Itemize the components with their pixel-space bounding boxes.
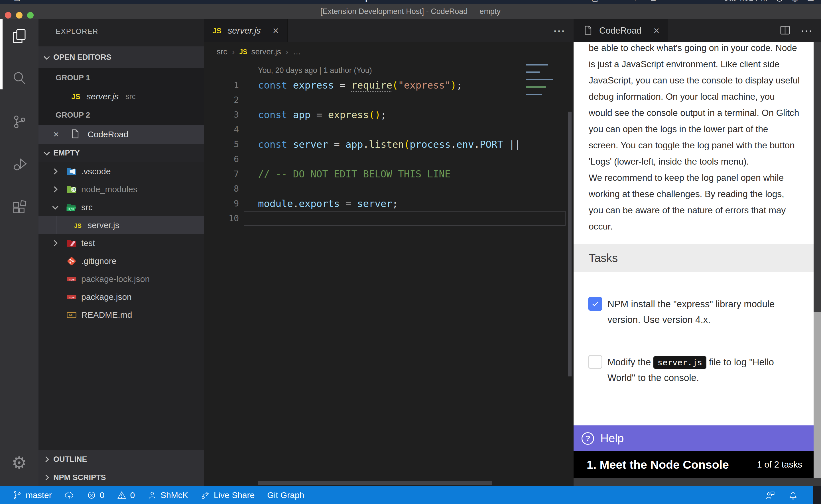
more-actions-icon[interactable]: ⋯ (553, 24, 565, 38)
pointer-icon[interactable]: ➤ (634, 0, 641, 3)
lesson-text-line: debug information. On your local machine… (589, 89, 810, 105)
statusbar-item-git-graph[interactable]: Git Graph (267, 490, 304, 500)
tree-item-src[interactable]: </>src (38, 198, 204, 216)
breadcrumb-file[interactable]: server.js (251, 47, 281, 56)
code-line-6[interactable]: 6 (204, 152, 567, 167)
spotlight-icon[interactable]: ◎ (776, 0, 783, 3)
apple-icon[interactable]:  (14, 0, 21, 3)
menubar-clock[interactable]: Sat 4:51 PM (724, 0, 767, 3)
tree-item-readme.md[interactable]: M↓README.md (38, 306, 204, 324)
task-checkbox-checked[interactable] (588, 297, 602, 311)
window-icon[interactable]: ▢ (591, 0, 598, 3)
code-line-2[interactable]: 2 (204, 93, 567, 107)
menu-item-go[interactable]: Go (206, 0, 218, 3)
settings-gear-icon[interactable]: ⚙ (0, 446, 38, 479)
statusbar-item-master[interactable]: master (13, 490, 52, 500)
task-checkbox-unchecked[interactable] (588, 355, 602, 369)
tree-item-package-lock.json[interactable]: npmpackage-lock.json (38, 270, 204, 288)
statusbar-item-feedback-person[interactable] (765, 490, 775, 500)
battery-half-icon[interactable]: ▱ (666, 0, 672, 3)
open-editor-serverjs[interactable]: JS server.js src (38, 87, 204, 106)
js-file-icon: JS (239, 48, 247, 56)
lesson-text-line: screen. You can toggle the log panel wit… (589, 137, 810, 153)
close-icon[interactable]: × (273, 25, 279, 37)
chevron-down-icon (42, 53, 51, 62)
webview-scrollbar-thumb[interactable] (814, 42, 821, 312)
statusbar-item-cloud-upload[interactable] (64, 490, 74, 500)
statusbar-item-live-share[interactable]: Live Share (201, 490, 255, 500)
run-debug-icon[interactable] (0, 147, 38, 180)
code-line-7[interactable]: 7// -- DO NOT EDIT BELOW THIS LINE (204, 167, 567, 181)
tree-item-node-modules[interactable]: JSnode_modules (38, 180, 204, 198)
npm-scripts-section-header[interactable]: NPM SCRIPTS (38, 468, 204, 486)
close-icon[interactable]: × (53, 129, 63, 140)
airplay-icon[interactable]: ▲ (650, 0, 658, 3)
editor-vertical-scrollbar[interactable] (568, 112, 571, 376)
circle-a-icon[interactable]: ○ (607, 0, 612, 3)
control-center-icon[interactable]: ☰ (807, 0, 814, 3)
editor-horizontal-scrollbar[interactable] (258, 481, 492, 485)
tree-item-label: test (81, 238, 95, 248)
statusbar-label: 0 (130, 490, 135, 500)
tree-item-test[interactable]: test (38, 234, 204, 252)
menubar-status-items: ▢○○➤▲▱•◠▭Sat 4:51 PM◎◉☰ (591, 0, 814, 3)
lesson-text-line: occur. (589, 218, 810, 235)
menu-item-terminal[interactable]: Terminal (259, 0, 294, 3)
folder-section-header[interactable]: EMPTY (38, 144, 204, 162)
more-actions-icon[interactable]: ⋯ (800, 24, 813, 38)
menu-item-selection[interactable]: Selection (123, 0, 161, 3)
code-line-5[interactable]: 5const server = app.listen(process.env.P… (204, 137, 567, 152)
statusbar-item-bell[interactable] (788, 490, 798, 500)
split-editor-icon[interactable] (779, 24, 791, 37)
code-line-9[interactable]: 9module.exports = server; (204, 196, 567, 211)
menu-item-edit[interactable]: Edit (94, 0, 111, 3)
siri-icon[interactable]: ◉ (791, 0, 798, 3)
help-bar[interactable]: ? Help (573, 425, 821, 451)
extensions-icon[interactable] (0, 192, 38, 225)
open-editors-header[interactable]: OPEN EDITORS (38, 46, 204, 68)
code-line-10[interactable]: 10 (204, 211, 567, 226)
menu-item-window[interactable]: Window (307, 0, 339, 3)
npm-file-icon: npm (66, 291, 77, 303)
code-line-3[interactable]: 3const app = express(); (204, 107, 567, 122)
source-control-icon[interactable] (0, 105, 38, 138)
lesson-footer[interactable]: 1. Meet the Node Console 1 of 2 tasks (573, 451, 821, 478)
code-line-4[interactable]: 4 (204, 122, 567, 137)
explorer-icon[interactable] (0, 20, 38, 53)
tree-item-server.js[interactable]: JSserver.js (38, 216, 204, 234)
code-line-1[interactable]: 1const express = require("express"); (204, 78, 567, 93)
breadcrumb-symbol[interactable]: … (293, 47, 301, 56)
menu-item-view[interactable]: View (173, 0, 193, 3)
chevron-right-icon (42, 455, 51, 464)
code-editor[interactable]: 1const express = require("express");23co… (204, 78, 567, 226)
menu-item-run[interactable]: Run (230, 0, 246, 3)
close-icon[interactable]: × (654, 25, 659, 37)
tree-item-.gitignore[interactable]: .gitignore (38, 252, 204, 270)
minimap[interactable] (526, 64, 568, 97)
tree-item-.vscode[interactable]: .vscode (38, 162, 204, 180)
menu-item-code[interactable]: Code (33, 0, 54, 3)
dot-icon[interactable]: • (681, 0, 683, 3)
tab-serverjs[interactable]: JS server.js × (204, 19, 288, 42)
statusbar-right (765, 490, 798, 500)
breadcrumb-src[interactable]: src (217, 47, 227, 56)
menu-item-help[interactable]: Help (352, 0, 370, 3)
tab-coderoad[interactable]: CodeRoad × (573, 19, 668, 42)
statusbar-item-0[interactable]: 0 (117, 490, 135, 500)
tree-item-package.json[interactable]: npmpackage.json (38, 288, 204, 306)
open-editor-coderoad[interactable]: × CodeRoad (38, 125, 204, 144)
file-icon (582, 25, 593, 37)
current-line-highlight (244, 211, 565, 226)
statusbar-item-0[interactable]: 0 (87, 490, 105, 500)
code-line-8[interactable]: 8 (204, 181, 567, 196)
chevron-down-icon (42, 149, 51, 157)
battery-icon[interactable]: ▭ (707, 0, 715, 3)
outline-section-header[interactable]: OUTLINE (38, 450, 204, 468)
menu-item-file[interactable]: File (67, 0, 82, 3)
codelens-annotation[interactable]: You, 20 days ago | 1 author (You) (258, 66, 372, 75)
lesson-text-line: you can open the logs in the lower part … (589, 121, 810, 137)
statusbar-item-shmck[interactable]: ShMcK (147, 490, 188, 500)
wifi-icon[interactable]: ◠ (692, 0, 699, 3)
circle-b-icon[interactable]: ○ (621, 0, 626, 3)
search-icon[interactable] (0, 62, 38, 95)
